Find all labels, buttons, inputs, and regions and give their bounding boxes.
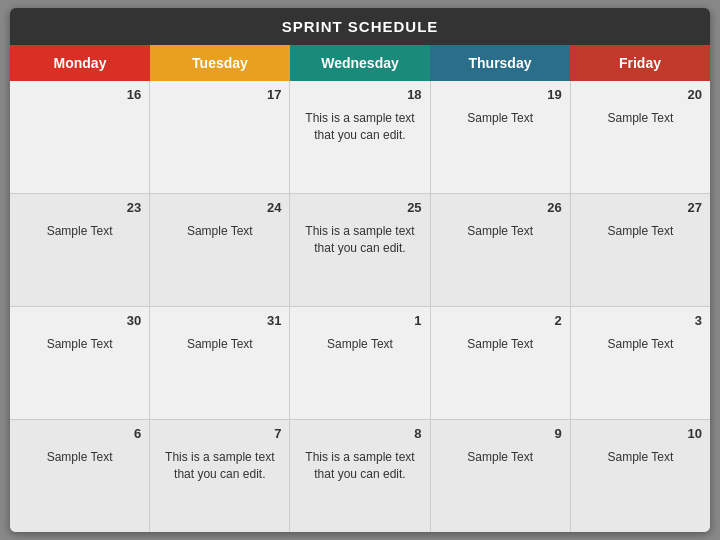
cell-text: Sample Text bbox=[18, 223, 141, 240]
day-number: 30 bbox=[127, 313, 141, 328]
cal-cell-r3-c4[interactable]: 10Sample Text bbox=[571, 420, 710, 532]
cell-text: Sample Text bbox=[158, 336, 281, 353]
day-number: 20 bbox=[688, 87, 702, 102]
cal-cell-r2-c4[interactable]: 3Sample Text bbox=[571, 307, 710, 419]
cal-cell-r2-c2[interactable]: 1Sample Text bbox=[290, 307, 429, 419]
cell-text: Sample Text bbox=[439, 336, 562, 353]
cal-cell-r0-c2[interactable]: 18This is a sample text that you can edi… bbox=[290, 81, 429, 193]
day-number: 1 bbox=[414, 313, 421, 328]
cell-text: This is a sample text that you can edit. bbox=[298, 110, 421, 144]
cal-cell-r0-c3[interactable]: 19Sample Text bbox=[431, 81, 570, 193]
cell-text: Sample Text bbox=[579, 449, 702, 466]
calendar-header: MondayTuesdayWednesdayThursdayFriday bbox=[10, 45, 710, 81]
header-cell-wednesday: Wednesday bbox=[290, 45, 430, 81]
cal-cell-r2-c0[interactable]: 30Sample Text bbox=[10, 307, 149, 419]
header-cell-thursday: Thursday bbox=[430, 45, 570, 81]
cal-cell-r3-c0[interactable]: 6Sample Text bbox=[10, 420, 149, 532]
cell-text: Sample Text bbox=[18, 449, 141, 466]
calendar-wrapper: SPRINT SCHEDULE MondayTuesdayWednesdayTh… bbox=[10, 8, 710, 532]
day-number: 9 bbox=[555, 426, 562, 441]
day-number: 27 bbox=[688, 200, 702, 215]
cell-text: This is a sample text that you can edit. bbox=[298, 223, 421, 257]
header-cell-monday: Monday bbox=[10, 45, 150, 81]
cal-cell-r1-c0[interactable]: 23Sample Text bbox=[10, 194, 149, 306]
cell-text: Sample Text bbox=[579, 110, 702, 127]
day-number: 19 bbox=[547, 87, 561, 102]
cal-cell-r1-c2[interactable]: 25This is a sample text that you can edi… bbox=[290, 194, 429, 306]
cell-text: This is a sample text that you can edit. bbox=[298, 449, 421, 483]
calendar-body: 161718This is a sample text that you can… bbox=[10, 81, 710, 532]
cal-cell-r1-c4[interactable]: 27Sample Text bbox=[571, 194, 710, 306]
cell-text: Sample Text bbox=[439, 223, 562, 240]
day-number: 31 bbox=[267, 313, 281, 328]
day-number: 24 bbox=[267, 200, 281, 215]
cal-cell-r1-c3[interactable]: 26Sample Text bbox=[431, 194, 570, 306]
cell-text: Sample Text bbox=[158, 223, 281, 240]
cell-text: Sample Text bbox=[579, 336, 702, 353]
cell-text: Sample Text bbox=[298, 336, 421, 353]
day-number: 25 bbox=[407, 200, 421, 215]
day-number: 6 bbox=[134, 426, 141, 441]
cell-text: Sample Text bbox=[579, 223, 702, 240]
cal-cell-r2-c1[interactable]: 31Sample Text bbox=[150, 307, 289, 419]
day-number: 2 bbox=[555, 313, 562, 328]
cell-text: Sample Text bbox=[439, 449, 562, 466]
cal-cell-r0-c4[interactable]: 20Sample Text bbox=[571, 81, 710, 193]
day-number: 17 bbox=[267, 87, 281, 102]
calendar-title: SPRINT SCHEDULE bbox=[10, 8, 710, 45]
day-number: 10 bbox=[688, 426, 702, 441]
cal-cell-r3-c2[interactable]: 8This is a sample text that you can edit… bbox=[290, 420, 429, 532]
day-number: 7 bbox=[274, 426, 281, 441]
day-number: 16 bbox=[127, 87, 141, 102]
header-cell-friday: Friday bbox=[570, 45, 710, 81]
header-cell-tuesday: Tuesday bbox=[150, 45, 290, 81]
day-number: 8 bbox=[414, 426, 421, 441]
cell-text: Sample Text bbox=[439, 110, 562, 127]
cal-cell-r3-c3[interactable]: 9Sample Text bbox=[431, 420, 570, 532]
cal-cell-r1-c1[interactable]: 24Sample Text bbox=[150, 194, 289, 306]
cell-text: This is a sample text that you can edit. bbox=[158, 449, 281, 483]
cal-cell-r0-c1[interactable]: 17 bbox=[150, 81, 289, 193]
cal-cell-r2-c3[interactable]: 2Sample Text bbox=[431, 307, 570, 419]
day-number: 3 bbox=[695, 313, 702, 328]
cell-text: Sample Text bbox=[18, 336, 141, 353]
cal-cell-r0-c0[interactable]: 16 bbox=[10, 81, 149, 193]
day-number: 23 bbox=[127, 200, 141, 215]
cal-cell-r3-c1[interactable]: 7This is a sample text that you can edit… bbox=[150, 420, 289, 532]
day-number: 26 bbox=[547, 200, 561, 215]
day-number: 18 bbox=[407, 87, 421, 102]
